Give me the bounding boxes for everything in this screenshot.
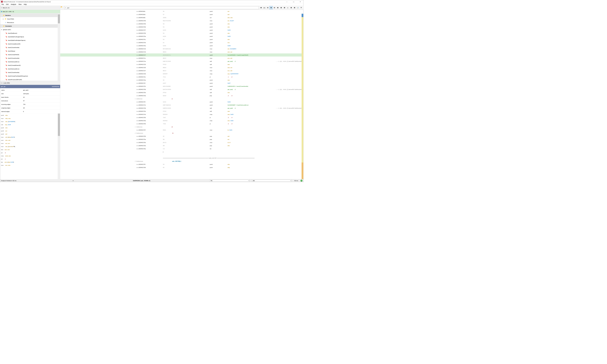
minimap[interactable] bbox=[302, 14, 304, 179]
tree-sections[interactable]: 📁 Sections bbox=[0, 13, 60, 17]
tree-hash-item[interactable]: 🔖hash(Process32FirstW) bbox=[0, 78, 60, 81]
tool-5[interactable]: ▤ bbox=[273, 6, 276, 9]
address-input[interactable]: 🗋 pnd bbox=[64, 6, 259, 9]
disasm-line[interactable]: .text|00040172f: 6A07push0x07 bbox=[60, 82, 304, 85]
tool-11[interactable]: ▦ bbox=[293, 6, 296, 9]
disasm-line[interactable]: .text|000401759: 5Fpopedi bbox=[60, 135, 304, 138]
disasm-line[interactable]: .text|000401717: 6829E9EFA1push0xA1EFE92… bbox=[60, 53, 304, 57]
tree-hash-item[interactable]: 🔖hash(CloseHandle) bbox=[0, 71, 60, 74]
disasm-line[interactable]: .text|00040174b: FFD0calleax bbox=[60, 110, 304, 113]
disasm-line[interactable]: .text|00040172e: 50pusheax bbox=[60, 78, 304, 82]
disasm-line[interactable]: .text|00040170e: 6A09push0x09 bbox=[60, 44, 304, 47]
maximize-button[interactable]: ▢ bbox=[291, 0, 296, 3]
disasm-line[interactable]: .text|000401729: 83F8FFcmpeax, 0xFFFFFFF… bbox=[60, 72, 304, 75]
tree-hash-item[interactable]: 🔖hash(Sleep) bbox=[0, 49, 60, 53]
tree-hash-item[interactable]: 🔖hash(SetEvent) bbox=[0, 31, 60, 35]
disasm-line[interactable]: .text|000401731: 68F41593B0push0xB09315F… bbox=[60, 85, 304, 88]
disasm-line[interactable]: .text|00040172c: 7411jz.1 ↓2 bbox=[60, 75, 304, 78]
tool-13[interactable]: ⚙ bbox=[300, 6, 303, 9]
disasm-line[interactable]: .text|000401760: 55pushebp bbox=[60, 166, 304, 169]
disasm-line[interactable]: .text|00040171c: 8BCFmovecx, edi bbox=[60, 57, 304, 60]
tree-hash-item[interactable]: 🔖hash(CloseHandle) bbox=[0, 46, 60, 49]
tree-hash-item[interactable]: 🔖hash(CloseHandle) bbox=[0, 56, 60, 60]
disasm-line[interactable]: .text|000401715: 8BD6movedx, esi bbox=[60, 51, 304, 53]
tool-9[interactable]: A bbox=[286, 6, 290, 9]
tree-constants[interactable]: 📁 Constants bbox=[0, 24, 60, 28]
disasm-line[interactable]: .text|000401709: 53pushebx bbox=[60, 32, 304, 35]
disasm-line[interactable]: .text|000401706: 53pushebx bbox=[60, 26, 304, 28]
tool-10[interactable]: ▦ bbox=[290, 6, 293, 9]
tree-hash-item[interactable]: 🔖hash(CreateEventW) bbox=[0, 42, 60, 46]
menu-view[interactable]: View bbox=[17, 3, 22, 6]
tree-relocations[interactable]: ↻ Relocations bbox=[0, 21, 60, 24]
tree-scrollbar[interactable] bbox=[58, 13, 60, 81]
menu-analysis[interactable]: Analysis bbox=[10, 3, 17, 6]
tool-12[interactable]: 📊 bbox=[296, 6, 300, 9]
code-bar[interactable]: f(x) code (530) bbox=[0, 81, 60, 85]
close-button[interactable]: ✕ bbox=[298, 0, 303, 3]
menu-help[interactable]: Help bbox=[23, 3, 27, 6]
arch-select[interactable]: x86 bbox=[252, 180, 292, 182]
disasm-line[interactable]: .text|00040170a: 6A03push0x03 bbox=[60, 35, 304, 38]
tool-8[interactable]: ▦ bbox=[283, 6, 286, 9]
disasm-line[interactable]: .text|00040170d: 51pushecx bbox=[60, 41, 304, 44]
tree-hash-item[interactable]: 🔖hash(WaitForMultipleObjects) bbox=[0, 39, 60, 42]
disasm-line[interactable]: .text|00040174d: 83F803cmpeax, 0x03 bbox=[60, 113, 304, 116]
disasm-line[interactable]: .text|00040173b: FFD0calleax bbox=[60, 91, 304, 94]
disasm-line[interactable]: .text|000401723: FFD0calleax bbox=[60, 63, 304, 66]
tree-hash-item[interactable]: 🔖hash(WaitForSingleObject) bbox=[0, 35, 60, 39]
disasm-line[interactable]: .text|000401727: 8BCFmovecx, edi bbox=[60, 69, 304, 72]
tree-importtable[interactable]: ▸ 📁 ImportTable bbox=[0, 17, 60, 21]
disasm-line[interactable]: .text|000401755: 7402jz.3 ↓4 bbox=[60, 122, 304, 125]
disasm-line[interactable]: .text|0004016fe: 33DBxorebx, ebx bbox=[60, 16, 304, 19]
preview-line: mov ebp, esp bbox=[1, 117, 59, 120]
files-bar[interactable]: 🗋 files (0 + 0) bbox=[0, 6, 60, 10]
disasm-line[interactable]: .text|00040170c: 53pushebx bbox=[60, 38, 304, 41]
disasm-line[interactable]: .text|000401725: 8BD6movedx, esi bbox=[60, 66, 304, 69]
disasm-line[interactable]: .text|000401710: BF44E84100movedi, 0x41E… bbox=[60, 47, 304, 51]
tool-7[interactable]: ▦ bbox=[280, 6, 283, 9]
preview-line: mov ebx, edx bbox=[1, 139, 59, 142]
disasm-line[interactable]: .text|000401700: BED7010000movesi, 0x1D7 bbox=[60, 19, 304, 22]
tool-4[interactable]: ▦ bbox=[270, 6, 273, 9]
data-bar[interactable]: ⬣ data (10 + 649 + 0) bbox=[0, 10, 60, 13]
tool-1[interactable]: ▦ bbox=[260, 6, 263, 9]
disasm-line[interactable]: .text|000401705: 53pushebx bbox=[60, 22, 304, 26]
disasm-line[interactable]: .text|00040175b: 8AC3moval, bl bbox=[60, 141, 304, 144]
minimize-button[interactable]: — bbox=[285, 0, 289, 3]
disasm-line[interactable]: .text|00040173f: 6A0Apush0x0A bbox=[60, 100, 304, 104]
tree-hash-item[interactable]: 🔖hash(GetLastError) bbox=[0, 67, 60, 71]
disasm-line[interactable]: .text|00040175a: 5Epopesi bbox=[60, 138, 304, 141]
disasm-line[interactable]: .text|000401707: 6A03push0x03 bbox=[60, 28, 304, 32]
disasm-line[interactable]: .text|000401736: E8CF9C0000callget_api()… bbox=[60, 88, 304, 91]
disasm-line[interactable]: .text|0004016fc: 56pushesi bbox=[60, 10, 304, 13]
disasm-line[interactable]: .text|000401752: 83F802cmpeax, 0x02 bbox=[60, 119, 304, 122]
tree-hash-item[interactable]: 🔖hash(CreateMutexW) bbox=[0, 64, 60, 67]
menu-file[interactable]: File bbox=[1, 3, 5, 6]
disasm-line[interactable]: .text|00040175d: 5Bpopebx bbox=[60, 144, 304, 147]
tool-2[interactable]: 101 bbox=[263, 6, 266, 9]
disasm-line[interactable]: .text|00040171e: E8E79C0000callget_api()… bbox=[60, 60, 304, 63]
tree-hash-item[interactable]: 🔖hash(CreateToolhelp32Snapshot) bbox=[0, 74, 60, 78]
expand-icon[interactable]: ▸ bbox=[3, 18, 4, 20]
disasm-line[interactable]: .text|00040175f: 53pushebx bbox=[60, 163, 304, 166]
open-folder-icon[interactable]: 📂 bbox=[61, 6, 64, 9]
expand-icon[interactable]: ▾ bbox=[1, 29, 3, 30]
tool-3[interactable]: ▤ bbox=[266, 6, 269, 9]
disasm-line[interactable]: .text|000401746: E8BF9C0000callget_api()… bbox=[60, 107, 304, 110]
preview-scrollbar[interactable] bbox=[58, 113, 60, 179]
disasm-line[interactable]: .text|000401750: 7407jz.3 ↓4 bbox=[60, 116, 304, 119]
disasm-line[interactable]: .text|00040175e: C3ret bbox=[60, 147, 304, 150]
disasm-line[interactable]: .text|0004016fd: 57pushedi bbox=[60, 13, 304, 16]
data-label: data (10 + 649 + 0) bbox=[3, 11, 14, 12]
tree-hash-item[interactable]: 🔖hash(GetLastError) bbox=[0, 60, 60, 64]
format-select[interactable]: PE bbox=[210, 180, 250, 182]
disasm-line[interactable]: .text|00040173d: EB18jmp.2 ↓3 bbox=[60, 94, 304, 97]
tool-6[interactable]: ▦ bbox=[276, 6, 279, 9]
disasm-line[interactable]: .text|000401757: B301movbl, 0x01 bbox=[60, 129, 304, 131]
disassembly-view[interactable]: .text|0004016fc: 56pushesi.text|0004016f… bbox=[60, 10, 304, 179]
disasm-line[interactable]: .text|000401741: 68B736E5D2push0xD2E536B… bbox=[60, 104, 304, 107]
tree-apihash[interactable]: ▾ apihash (637) bbox=[0, 28, 60, 31]
menu-edit[interactable]: Edit bbox=[5, 3, 9, 6]
tree-hash-item[interactable]: 🔖hash(CreateFileW) bbox=[0, 53, 60, 56]
